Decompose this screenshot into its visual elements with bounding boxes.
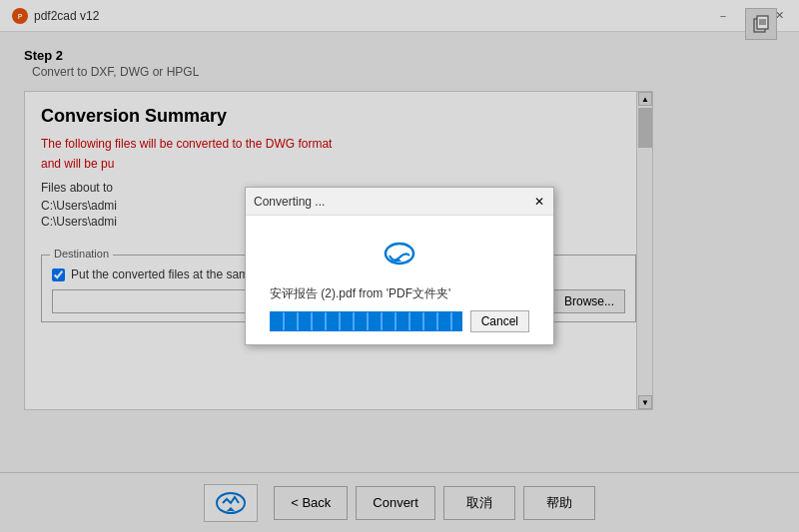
modal-cancel-button[interactable]: Cancel: [470, 310, 529, 332]
modal-close-button[interactable]: ✕: [529, 192, 549, 212]
modal-dialog: Converting ... ✕ 安评报告 (2).pdf from 'PDF文…: [245, 187, 554, 345]
modal-overlay: Converting ... ✕ 安评报告 (2).pdf from 'PDF文…: [0, 0, 799, 532]
file-converting-text: 安评报告 (2).pdf from 'PDF文件夹': [270, 285, 450, 302]
progress-row: Cancel: [262, 310, 537, 332]
spinner-icon: [378, 232, 421, 275]
modal-body: 安评报告 (2).pdf from 'PDF文件夹' Cancel: [246, 216, 553, 344]
modal-titlebar: Converting ... ✕: [246, 188, 553, 216]
modal-title: Converting ...: [254, 195, 325, 209]
progress-bar-container: [270, 311, 462, 331]
progress-bar-fill: [271, 312, 461, 330]
